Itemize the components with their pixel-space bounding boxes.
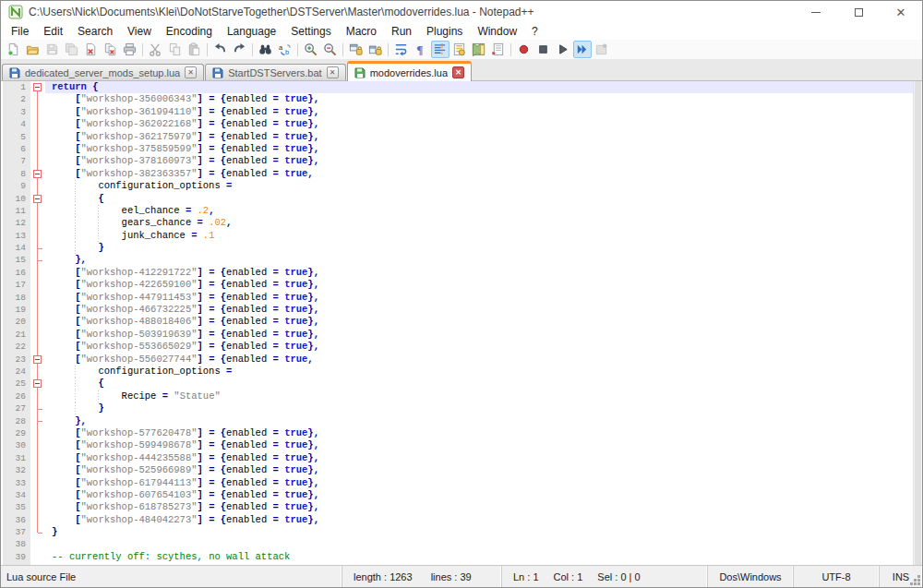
code-text[interactable]: ["workshop-382363357"] = {enabled = true… [45,168,913,180]
code-text[interactable]: ["workshop-618785273"] = {enabled = true… [45,501,913,513]
code-text[interactable]: eel_chance = .2, [45,205,913,217]
code-line-2[interactable]: 2["workshop-356006343"] = {enabled = tru… [3,93,913,105]
code-text[interactable]: ["workshop-556027744"] = {enabled = true… [45,354,913,366]
minimize-button[interactable] [795,1,837,23]
code-text[interactable]: ["workshop-361994110"] = {enabled = true… [45,106,913,118]
code-text[interactable]: { [45,193,913,205]
code-line-8[interactable]: 8["workshop-382363357"] = {enabled = tru… [3,168,913,180]
close-tab-icon[interactable]: ✕ [185,66,197,78]
code-line-39[interactable]: 39-- currently off: scythes, no wall att… [3,551,913,563]
menu-item-edit[interactable]: Edit [36,24,70,39]
status-encoding[interactable]: UTF-8 [794,566,880,587]
menu-item-encoding[interactable]: Encoding [159,24,220,39]
close-button[interactable]: ✕ [880,1,922,23]
code-text[interactable]: configuration_options = [45,366,913,378]
code-line-30[interactable]: 30["workshop-599498678"] = {enabled = tr… [3,439,913,451]
close-tab-icon[interactable]: ✕ [452,66,464,78]
code-text[interactable]: ["workshop-617944113"] = {enabled = true… [45,477,913,489]
show-indent-guide-icon[interactable] [431,41,450,58]
record-macro-icon[interactable] [515,41,533,58]
code-text[interactable]: ["workshop-362022168"] = {enabled = true… [45,118,913,130]
fold-collapse-icon[interactable] [33,83,42,91]
tab-dedicated-server-mods-setup[interactable]: dedicated_server_mods_setup.lua ✕ [2,64,204,80]
maximize-button[interactable] [837,1,880,23]
code-text[interactable]: ["workshop-553665029"] = {enabled = true… [45,341,913,353]
undo-icon[interactable] [211,41,230,58]
zoom-out-icon[interactable] [321,41,340,58]
menu-item-search[interactable]: Search [70,24,120,39]
code-text[interactable]: } [45,402,913,414]
code-line-9[interactable]: 9configuration_options = [3,180,913,192]
code-text[interactable]: ["workshop-422659100"] = {enabled = true… [45,279,913,291]
menu-item-macro[interactable]: Macro [339,24,384,39]
menu-item-plugins[interactable]: Plugins [419,24,470,39]
fold-collapse-icon[interactable] [33,170,42,178]
code-line-28[interactable]: 28}, [3,415,913,427]
document-list-icon[interactable] [489,41,508,58]
document-map-icon[interactable] [470,41,488,58]
code-line-35[interactable]: 35["workshop-618785273"] = {enabled = tr… [3,501,913,513]
menu-item-[interactable]: ? [524,24,545,39]
code-text[interactable]: ["workshop-577620478"] = {enabled = true… [45,427,913,439]
code-line-7[interactable]: 7["workshop-378160973"] = {enabled = tru… [3,155,913,167]
code-line-37[interactable]: 37} [3,526,913,538]
code-text[interactable]: ["workshop-375859599"] = {enabled = true… [45,143,913,155]
code-text[interactable]: ["workshop-525966989"] = {enabled = true… [45,464,913,476]
status-eol-format[interactable]: Dos\Windows [708,566,794,587]
code-text[interactable]: ["workshop-466732225"] = {enabled = true… [45,304,913,316]
copy-icon[interactable] [166,41,185,58]
code-line-38[interactable]: 38 [3,538,913,550]
code-area[interactable]: 1return {2["workshop-356006343"] = {enab… [3,81,913,563]
menu-item-window[interactable]: Window [470,24,524,39]
code-line-34[interactable]: 34["workshop-607654103"] = {enabled = tr… [3,489,913,501]
code-line-19[interactable]: 19["workshop-466732225"] = {enabled = tr… [3,304,913,316]
code-text[interactable]: -- currently off: scythes, no wall attac… [45,551,913,563]
open-folder-icon[interactable] [24,41,42,58]
code-line-3[interactable]: 3["workshop-361994110"] = {enabled = tru… [3,106,913,118]
code-line-31[interactable]: 31["workshop-444235588"] = {enabled = tr… [3,452,913,464]
code-line-23[interactable]: 23["workshop-556027744"] = {enabled = tr… [3,354,913,366]
tab-modoverrides[interactable]: modoverrides.lua ✕ [347,61,472,81]
code-text[interactable]: ["workshop-484042273"] = {enabled = true… [45,514,913,526]
code-line-11[interactable]: 11eel_chance = .2, [3,205,913,217]
function-list-icon[interactable] [450,41,469,58]
code-text[interactable]: configuration_options = [45,180,913,192]
code-line-22[interactable]: 22["workshop-553665029"] = {enabled = tr… [3,341,913,353]
find-icon[interactable] [257,41,275,58]
code-line-27[interactable]: 27} [3,402,913,414]
status-insert-mode[interactable]: INS [880,566,922,587]
menu-item-file[interactable]: File [4,24,36,39]
menu-item-language[interactable]: Language [220,24,283,39]
title-bar[interactable]: C:\Users\Nick\Documents\Klei\DoNotStarve… [1,1,922,23]
sync-horizontal-scrolling-icon[interactable] [366,41,385,58]
scrollbar-thumb[interactable] [915,81,921,565]
code-text[interactable]: ["workshop-447911453"] = {enabled = true… [45,292,913,304]
code-text[interactable]: ["workshop-378160973"] = {enabled = true… [45,155,913,167]
tab-start-dst-servers[interactable]: StartDSTServers.bat ✕ [205,64,345,80]
code-line-24[interactable]: 24configuration_options = [3,366,913,378]
code-text[interactable]: } [45,526,913,538]
code-text[interactable]: } [45,242,913,254]
code-text[interactable]: ["workshop-607654103"] = {enabled = true… [45,489,913,501]
code-text[interactable]: ["workshop-362175979"] = {enabled = true… [45,131,913,143]
code-text[interactable] [45,538,913,550]
code-text[interactable]: junk_chance = .1 [45,230,913,242]
code-text[interactable]: Recipe = "Statue" [45,390,913,402]
code-text[interactable]: ["workshop-412291722"] = {enabled = true… [45,267,913,279]
code-text[interactable]: ["workshop-488018406"] = {enabled = true… [45,316,913,328]
code-text[interactable]: }, [45,254,913,266]
close-tab-icon[interactable]: ✕ [327,66,339,78]
show-all-characters-icon[interactable]: ¶ [412,41,430,58]
code-line-6[interactable]: 6["workshop-375859599"] = {enabled = tru… [3,143,913,155]
fold-collapse-icon[interactable] [33,355,42,364]
fold-collapse-icon[interactable] [33,195,42,203]
code-text[interactable]: ["workshop-356006343"] = {enabled = true… [45,93,913,105]
code-line-32[interactable]: 32["workshop-525966989"] = {enabled = tr… [3,464,913,476]
code-line-26[interactable]: 26Recipe = "Statue" [3,390,913,402]
paste-icon[interactable] [186,41,204,58]
code-line-14[interactable]: 14} [3,242,913,254]
new-file-icon[interactable] [5,41,23,58]
code-text[interactable]: gears_chance = .02, [45,217,913,229]
zoom-in-icon[interactable] [302,41,320,58]
code-line-36[interactable]: 36["workshop-484042273"] = {enabled = tr… [3,514,913,526]
